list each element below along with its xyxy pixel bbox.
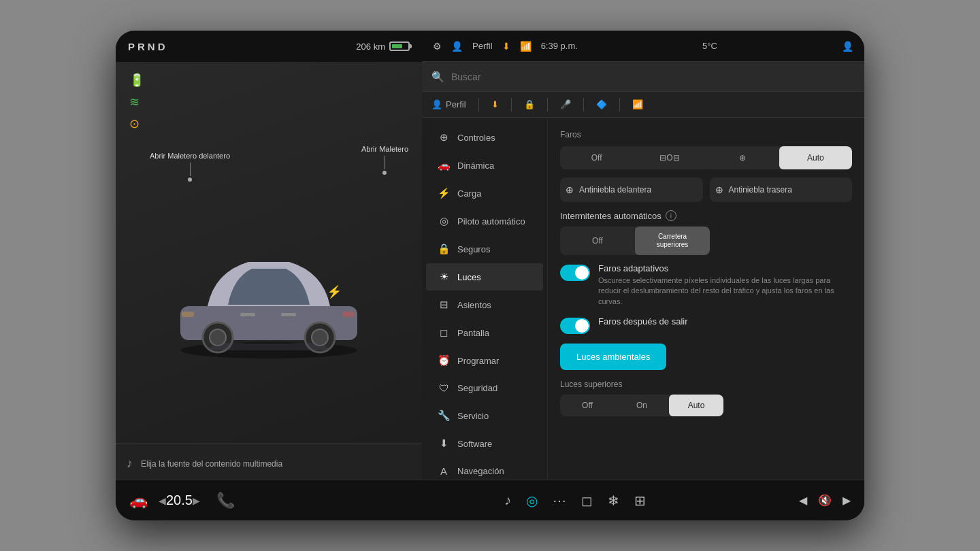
wifi-icon-top: 📶 [520, 41, 532, 52]
right-panel: ⚙ 👤 Perfil ⬇ 📶 6:39 p.m. 5°C 👤 🔍 👤 Perfi… [422, 31, 864, 520]
sidebar-item-seguros[interactable]: 🔒 Seguros [426, 235, 543, 263]
music-taskbar-icon[interactable]: ♪ [504, 492, 511, 508]
luces-sup-auto-btn[interactable]: Auto [669, 395, 723, 416]
profile-avatar-top: 👤 [842, 41, 853, 52]
grid-taskbar-icon[interactable]: ⊞ [634, 492, 646, 509]
faros-off-btn[interactable]: Off [560, 146, 633, 169]
intermitentes-info-icon[interactable]: i [666, 210, 676, 221]
download-icon-top: ⬇ [502, 41, 510, 52]
rear-trunk-label[interactable]: Abrir Maletero [361, 142, 408, 175]
svg-point-5 [312, 329, 328, 346]
left-panel: PRND 206 km 🔋 ≋ ⊙ Abrir Male [116, 31, 422, 520]
status-icon-traction: ≋ [129, 95, 408, 110]
rear-trunk-text: Abrir Maletero [361, 145, 408, 153]
controles-icon: ⊕ [437, 131, 451, 144]
status-icon-power: 🔋 [129, 73, 408, 88]
media-taskbar-icon[interactable]: ◎ [526, 492, 538, 509]
temp-arrow-left: ◀ [159, 495, 166, 506]
mic-icon: 🎤 [560, 99, 571, 110]
bluetooth-icon: 🔷 [596, 99, 607, 110]
svg-point-3 [210, 329, 226, 346]
sidebar-item-carga[interactable]: ⚡ Carga [426, 180, 543, 207]
faros-auto-btn[interactable]: Auto [779, 146, 852, 169]
icon-bar-divider-3 [547, 98, 548, 112]
search-icon: 🔍 [431, 71, 444, 83]
dinamica-icon: 🚗 [437, 159, 451, 171]
sidebar-item-servicio[interactable]: 🔧 Servicio [426, 402, 543, 429]
sidebar-item-asientos[interactable]: ⊟ Asientos [426, 291, 543, 318]
luces-sup-on-btn[interactable]: On [615, 395, 669, 416]
profile-icon-bar: 👤 Perfil [431, 99, 466, 110]
icon-bar: 👤 Perfil ⬇ 🔒 🎤 🔷 📶 [422, 92, 864, 118]
programar-label: Programar [457, 356, 499, 366]
bluetooth-icon-bar: 🔷 [596, 99, 607, 110]
faros-salir-text: Faros después de salir [598, 316, 852, 329]
faros-button-group: Off ⊟O⊟ ⊕ Auto [560, 146, 852, 169]
intermitentes-carretera-btn[interactable]: Carreterasuperiores [635, 227, 710, 255]
servicio-label: Servicio [457, 411, 489, 421]
faros-adaptativos-toggle[interactable] [560, 265, 590, 281]
sidebar-item-piloto[interactable]: ◎ Piloto automático [426, 207, 543, 235]
taskbar-right: ◀ 🔇 ▶ [728, 494, 864, 507]
faros-adaptativos-desc: Oscurece selectivamente píxeles individu… [598, 276, 852, 307]
luces-superiores-button-group: Off On Auto [560, 395, 723, 416]
front-trunk-label[interactable]: Abrir Maletero delantero [150, 149, 230, 182]
fan-taskbar-icon[interactable]: ❄ [608, 492, 619, 509]
search-input[interactable] [451, 71, 855, 82]
seguridad-label: Seguridad [457, 383, 497, 393]
svg-text:⚡: ⚡ [327, 284, 342, 299]
mute-icon[interactable]: 🔇 [818, 494, 832, 507]
software-icon: ⬇ [437, 437, 451, 450]
seguros-label: Seguros [457, 244, 490, 254]
carga-label: Carga [457, 188, 481, 199]
luces-superiores-section: Luces superiores Off On Auto [560, 380, 852, 416]
luces-sup-off-btn[interactable]: Off [560, 395, 615, 416]
intermitentes-button-group: Off Carreterasuperiores [560, 227, 710, 255]
temp-value: 20.5 [166, 492, 193, 508]
svg-rect-6 [240, 313, 255, 316]
download-icon: ⬇ [491, 99, 499, 110]
antiniebla-trasera-btn[interactable]: ⊕ Antiniebla trasera [710, 178, 853, 202]
chevron-left-icon[interactable]: ◀ [799, 494, 807, 507]
chevron-right-icon[interactable]: ▶ [843, 494, 851, 507]
dots-taskbar-icon[interactable]: ⋯ [553, 492, 566, 509]
intermitentes-title: Intermitentes automáticos [560, 211, 662, 221]
sidebar-item-pantalla[interactable]: ◻ Pantalla [426, 319, 543, 346]
antiniebla-trasera-label: Antiniebla trasera [729, 185, 792, 195]
faros-title: Faros [560, 130, 852, 139]
person-icon: 👤 [431, 99, 442, 110]
fog-front-icon: ⊕ [566, 184, 574, 195]
navegacion-icon: A [437, 465, 451, 477]
faros-salir-toggle[interactable] [560, 318, 590, 334]
antiniebla-delantera-btn[interactable]: ⊕ Antiniebla delantera [560, 178, 703, 202]
faros-parking-btn[interactable]: ⊟O⊟ [633, 146, 706, 169]
sidebar-item-controles[interactable]: ⊕ Controles [426, 124, 543, 151]
sidebar-item-luces[interactable]: ☀ Luces [426, 263, 543, 290]
sidebar-item-dinamica[interactable]: 🚗 Dinámica [426, 152, 543, 179]
luces-ambientales-btn[interactable]: Luces ambientales [560, 344, 666, 370]
sidebar-item-seguridad[interactable]: 🛡 Seguridad [426, 375, 543, 401]
intermitentes-off-btn[interactable]: Off [560, 227, 635, 255]
temperature-display: 20.5 [166, 492, 193, 508]
asientos-label: Asientos [457, 300, 491, 310]
asientos-icon: ⊟ [437, 299, 451, 311]
mic-icon-bar: 🎤 [560, 99, 571, 110]
faros-low-btn[interactable]: ⊕ [706, 146, 779, 169]
car-icon-taskbar[interactable]: 🚗 [129, 492, 148, 510]
faros-adaptativos-label: Faros adaptativos [598, 263, 852, 273]
music-note-icon: ♪ [127, 456, 133, 471]
antiniebla-delantera-label: Antiniebla delantera [579, 185, 651, 195]
temp-display-top: 5°C [702, 41, 717, 51]
square-taskbar-icon[interactable]: ◻ [581, 492, 593, 509]
fog-rear-icon: ⊕ [715, 184, 723, 195]
sidebar-item-software[interactable]: ⬇ Software [426, 430, 543, 457]
power-icon: 🔋 [129, 73, 144, 88]
piloto-label: Piloto automático [457, 216, 525, 227]
profile-label-top: Perfil [472, 41, 493, 51]
seguridad-icon: 🛡 [437, 382, 451, 394]
phone-icon-taskbar[interactable]: 📞 [216, 492, 235, 510]
programar-icon: ⏰ [437, 354, 451, 367]
download-icon-bar: ⬇ [491, 99, 499, 110]
intermitentes-title-row: Intermitentes automáticos i [560, 210, 852, 221]
sidebar-item-programar[interactable]: ⏰ Programar [426, 347, 543, 374]
